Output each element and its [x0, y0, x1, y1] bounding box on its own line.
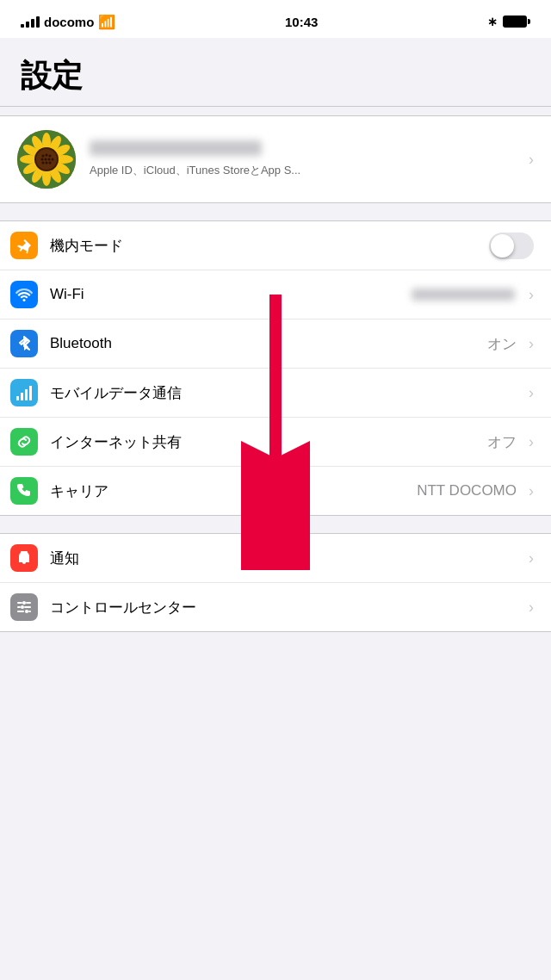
- notifications-icon-bg: [10, 544, 38, 572]
- svg-point-20: [48, 158, 51, 161]
- wifi-label: Wi-Fi: [50, 286, 412, 303]
- network-settings-group: 機内モード Wi-Fi › Bluetooth オン ›: [0, 220, 551, 516]
- battery-body: [503, 16, 527, 28]
- hotspot-icon-bg: [10, 428, 38, 456]
- toggle-thumb: [491, 234, 514, 257]
- airplane-icon: [15, 237, 33, 254]
- svg-point-18: [41, 158, 44, 161]
- svg-point-21: [52, 158, 54, 161]
- hotspot-chevron: ›: [529, 433, 534, 451]
- cellular-icon: [15, 384, 33, 401]
- control-center-label: コントロールセンター: [50, 598, 522, 617]
- hotspot-label: インターネット共有: [50, 432, 487, 452]
- notification-icon: [15, 549, 33, 567]
- avatar: [17, 130, 76, 189]
- hotspot-row[interactable]: インターネット共有 オフ ›: [0, 418, 551, 467]
- svg-rect-32: [19, 561, 29, 562]
- airplane-mode-label: 機内モード: [50, 236, 482, 256]
- svg-point-17: [49, 155, 52, 158]
- svg-rect-38: [24, 606, 31, 608]
- status-bar-right: ∗: [487, 15, 530, 28]
- profile-chevron: ›: [529, 151, 534, 169]
- bluetooth-label: Bluetooth: [50, 335, 487, 352]
- svg-point-24: [49, 162, 52, 164]
- carrier-row[interactable]: キャリア NTT DOCOMO ›: [0, 467, 551, 515]
- avatar-image: [17, 130, 76, 189]
- profile-row[interactable]: Apple ID、iCloud、iTunes StoreとApp S... ›: [0, 115, 551, 203]
- page-title-bar: 設定: [0, 38, 551, 106]
- mobile-data-chevron: ›: [529, 384, 534, 402]
- hotspot-value: オフ: [487, 432, 517, 452]
- airplane-mode-icon-bg: [10, 232, 38, 259]
- svg-point-19: [45, 158, 47, 161]
- svg-rect-28: [29, 386, 32, 400]
- bottom-space: [0, 632, 551, 684]
- svg-point-37: [21, 605, 24, 609]
- wifi-row[interactable]: Wi-Fi ›: [0, 270, 551, 319]
- svg-rect-41: [28, 611, 31, 612]
- profile-subtitle: Apple ID、iCloud、iTunes StoreとApp S...: [90, 163, 522, 178]
- svg-point-15: [42, 155, 45, 158]
- battery-indicator: [503, 16, 530, 28]
- top-divider: [0, 106, 551, 107]
- status-bar-left: docomo 📶: [21, 14, 115, 30]
- svg-rect-27: [25, 389, 28, 400]
- phone-icon: [15, 482, 33, 499]
- svg-rect-33: [17, 602, 22, 604]
- mobile-data-icon-bg: [10, 379, 38, 406]
- wifi-icon: 📶: [98, 14, 115, 30]
- bluetooth-value: オン: [487, 334, 517, 354]
- carrier-label: キャリア: [50, 481, 417, 501]
- battery-tip: [528, 19, 530, 24]
- signal-bars: [21, 16, 40, 28]
- svg-rect-39: [17, 611, 24, 612]
- control-center-icon-bg: [10, 593, 38, 621]
- svg-point-23: [46, 162, 48, 164]
- svg-point-34: [22, 601, 26, 605]
- notifications-row[interactable]: 通知 ›: [0, 534, 551, 583]
- bluetooth-icon: [15, 335, 33, 352]
- gap-1: [0, 203, 551, 212]
- gap-2: [0, 516, 551, 524]
- profile-info: Apple ID、iCloud、iTunes StoreとApp S...: [90, 140, 522, 178]
- signal-bar-4: [36, 16, 40, 28]
- airplane-mode-toggle[interactable]: [489, 233, 534, 259]
- profile-name-blurred: [90, 140, 262, 156]
- bluetooth-status-icon: ∗: [487, 15, 498, 28]
- signal-bar-1: [21, 24, 24, 28]
- status-bar: docomo 📶 10:43 ∗: [0, 0, 551, 38]
- svg-point-40: [25, 610, 28, 613]
- airplane-mode-row[interactable]: 機内モード: [0, 221, 551, 270]
- bluetooth-chevron: ›: [529, 335, 534, 353]
- wifi-chevron: ›: [529, 286, 534, 304]
- page-title: 設定: [21, 55, 530, 97]
- notifications-label: 通知: [50, 549, 522, 568]
- control-center-row[interactable]: コントロールセンター ›: [0, 583, 551, 631]
- svg-point-22: [42, 162, 45, 164]
- bluetooth-icon-bg: [10, 330, 38, 357]
- carrier-icon-bg: [10, 477, 38, 505]
- wifi-icon: [15, 286, 33, 303]
- svg-rect-35: [26, 602, 31, 604]
- mobile-data-label: モバイルデータ通信: [50, 383, 522, 403]
- notifications-chevron: ›: [529, 549, 534, 568]
- svg-rect-26: [21, 393, 23, 400]
- system-settings-group: 通知 › コントロールセンター ›: [0, 533, 551, 632]
- svg-rect-25: [16, 396, 19, 400]
- control-center-chevron: ›: [529, 599, 534, 617]
- signal-bar-2: [26, 22, 29, 28]
- carrier-value: NTT DOCOMO: [417, 482, 517, 499]
- link-icon: [15, 433, 33, 450]
- wifi-icon-bg: [10, 281, 38, 308]
- mobile-data-row[interactable]: モバイルデータ通信 ›: [0, 369, 551, 418]
- svg-rect-36: [17, 606, 21, 608]
- carrier-chevron: ›: [529, 482, 534, 500]
- wifi-value-blurred: [412, 288, 515, 301]
- svg-point-16: [46, 154, 48, 157]
- status-time: 10:43: [285, 15, 318, 29]
- sliders-icon: [15, 599, 33, 616]
- carrier-name: docomo: [44, 15, 94, 29]
- signal-bar-3: [31, 19, 34, 28]
- bluetooth-row[interactable]: Bluetooth オン ›: [0, 319, 551, 369]
